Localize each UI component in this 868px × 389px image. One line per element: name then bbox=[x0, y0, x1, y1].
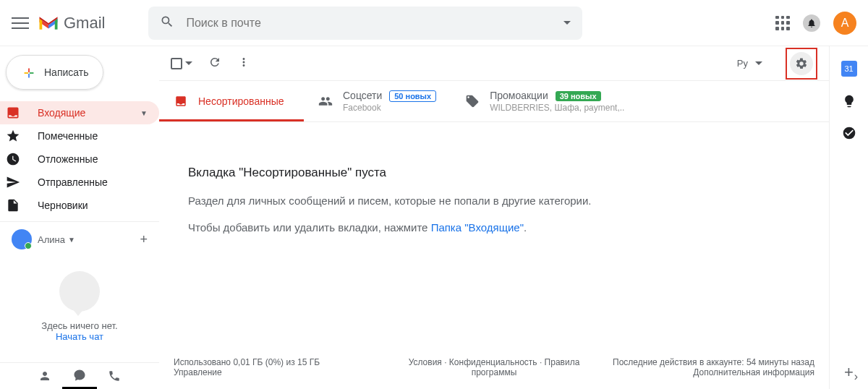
promotions-icon bbox=[465, 94, 480, 108]
menu-button[interactable] bbox=[12, 14, 29, 32]
manage-storage-link[interactable]: Управление bbox=[174, 367, 387, 377]
lang-dropdown[interactable] bbox=[755, 61, 762, 65]
sidebar-item-label: Отправленные bbox=[38, 176, 108, 188]
hangouts-bubble-icon bbox=[59, 271, 100, 312]
empty-title: Вкладка "Несортированные" пуста bbox=[188, 166, 800, 180]
badge-count: 39 новых bbox=[556, 91, 601, 101]
sidebar-item-label: Помеченные bbox=[38, 130, 98, 142]
hangouts-contacts-tab[interactable] bbox=[27, 363, 62, 389]
keep-app-icon[interactable] bbox=[842, 94, 856, 108]
settings-button[interactable] bbox=[790, 52, 813, 75]
details-link[interactable]: Дополнительная информация bbox=[601, 367, 814, 377]
sidebar-starred[interactable]: Помеченные bbox=[0, 124, 159, 148]
inbox-icon bbox=[12, 106, 26, 120]
sidebar-item-label: Черновики bbox=[38, 200, 88, 211]
hangouts-new-button[interactable]: + bbox=[140, 232, 148, 247]
terms-link[interactable]: Условия bbox=[409, 357, 442, 367]
privacy-link[interactable]: Конфиденциальность bbox=[449, 357, 537, 367]
notifications-icon[interactable] bbox=[803, 14, 820, 32]
chevron-down-icon[interactable]: ▼ bbox=[68, 236, 75, 244]
hangouts-phone-tab[interactable] bbox=[97, 363, 132, 389]
sidebar-item-label: Входящие bbox=[38, 107, 85, 119]
plus-icon bbox=[21, 65, 35, 80]
gmail-logo[interactable]: Gmail bbox=[38, 14, 105, 33]
account-avatar[interactable]: А bbox=[833, 12, 856, 35]
sidebar-sent[interactable]: Отправленные bbox=[0, 171, 159, 194]
social-icon bbox=[318, 94, 333, 108]
tab-sublabel: WILDBERRIES, Шафа, payment,.. bbox=[490, 103, 624, 113]
gmail-m-icon bbox=[38, 14, 59, 32]
gmail-text: Gmail bbox=[64, 14, 105, 33]
sent-icon bbox=[12, 175, 26, 189]
tasks-app-icon[interactable] bbox=[842, 126, 856, 140]
badge-count: 50 новых bbox=[389, 90, 436, 102]
tab-promotions[interactable]: Промоакции 39 новых WILDBERRIES, Шафа, p… bbox=[451, 81, 639, 121]
select-dropdown[interactable] bbox=[185, 61, 192, 65]
tab-social[interactable]: Соцсети 50 новых Facebook bbox=[304, 81, 451, 121]
calendar-app-icon[interactable]: 31 bbox=[841, 61, 857, 77]
storage-text: Использовано 0,01 ГБ (0%) из 15 ГБ bbox=[174, 357, 387, 367]
chevron-down-icon: ▼ bbox=[140, 109, 148, 117]
compose-label: Написать bbox=[44, 67, 88, 78]
empty-instructions: Чтобы добавить или удалить вкладки, нажм… bbox=[188, 221, 800, 234]
hangouts-chat-tab[interactable] bbox=[62, 363, 97, 389]
inbox-icon bbox=[174, 94, 188, 108]
hangouts-username: Алина bbox=[38, 234, 65, 245]
select-all-checkbox[interactable] bbox=[171, 58, 182, 69]
input-language[interactable]: Ру bbox=[737, 58, 748, 69]
svg-point-0 bbox=[843, 127, 855, 140]
more-options-button[interactable] bbox=[237, 56, 250, 71]
star-icon bbox=[12, 129, 26, 143]
refresh-button[interactable] bbox=[208, 56, 221, 71]
add-addon-button[interactable]: + bbox=[844, 363, 854, 382]
tab-sublabel: Facebook bbox=[343, 103, 436, 113]
activity-text: Последние действия в аккаунте: 54 минуты… bbox=[601, 357, 814, 367]
tab-label: Несортированные bbox=[198, 95, 284, 107]
search-icon bbox=[160, 14, 174, 31]
search-bar[interactable] bbox=[148, 7, 582, 40]
draft-icon bbox=[12, 198, 26, 213]
start-chat-link[interactable]: Начать чат bbox=[7, 331, 152, 342]
sidebar-drafts[interactable]: Черновики bbox=[0, 194, 159, 217]
tab-primary[interactable]: Несортированные bbox=[159, 81, 304, 121]
google-apps-icon[interactable] bbox=[775, 16, 790, 30]
sidebar-snoozed[interactable]: Отложенные bbox=[0, 148, 159, 171]
compose-button[interactable]: Написать bbox=[6, 55, 103, 90]
tab-label: Промоакции bbox=[490, 90, 548, 101]
sidebar-item-label: Отложенные bbox=[38, 153, 98, 165]
search-input[interactable] bbox=[186, 17, 563, 30]
sidebar-inbox[interactable]: Входящие ▼ bbox=[0, 101, 159, 124]
hangouts-empty-text: Здесь ничего нет. bbox=[7, 320, 152, 331]
tab-label: Соцсети bbox=[343, 90, 382, 101]
side-panel-toggle[interactable]: › bbox=[854, 370, 858, 383]
inbox-settings-link[interactable]: Папка "Входящие" bbox=[431, 221, 524, 234]
empty-subtitle: Раздел для личных сообщений и писем, кот… bbox=[188, 194, 800, 207]
search-options-dropdown[interactable] bbox=[563, 21, 571, 25]
hangouts-avatar[interactable] bbox=[12, 229, 32, 249]
clock-icon bbox=[12, 152, 26, 166]
